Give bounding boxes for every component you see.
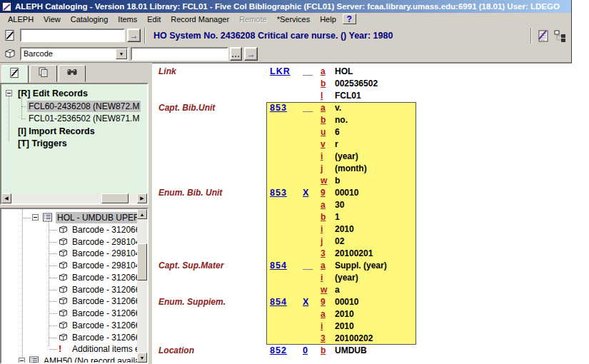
- subfield-value[interactable]: b: [335, 175, 340, 187]
- tree-item[interactable]: Barcode - 3120660: [1, 320, 147, 331]
- tree-item[interactable]: AMH50 (No record availabl: [1, 355, 147, 364]
- subfield-value[interactable]: (year): [335, 272, 358, 284]
- nav-tab-copy-record[interactable]: [30, 65, 57, 82]
- scrollbar-thumb[interactable]: [101, 193, 129, 203]
- subfield-code[interactable]: w: [321, 284, 327, 296]
- subfield-value[interactable]: HOL: [335, 66, 353, 78]
- subfield-code[interactable]: 3: [321, 333, 326, 345]
- tree-item[interactable]: Barcode - 298104-1: [1, 236, 147, 248]
- field-tag[interactable]: 854: [270, 296, 287, 308]
- subfield-value[interactable]: 02: [335, 236, 344, 248]
- nav-tab-search[interactable]: [59, 65, 86, 82]
- subfield-value[interactable]: 20100201: [335, 248, 373, 260]
- field-indicator[interactable]: X: [303, 187, 316, 199]
- subfield-code[interactable]: w: [321, 175, 327, 187]
- title-bar[interactable]: ALEPH Cataloging - Version 18.01 Library…: [0, 0, 571, 13]
- field-indicator[interactable]: X: [303, 296, 316, 308]
- tree-item[interactable]: Barcode - 3120660: [1, 332, 147, 343]
- subfield-value[interactable]: Suppl. (year): [335, 260, 387, 272]
- subfield-value[interactable]: (year): [335, 151, 358, 163]
- tree-item[interactable]: !Additional items exi: [1, 343, 147, 355]
- subfield-value[interactable]: 1: [335, 211, 340, 223]
- item-search-input[interactable]: [131, 47, 228, 61]
- subfield-code[interactable]: 9: [321, 296, 326, 308]
- subfield-code[interactable]: i: [321, 151, 323, 163]
- records-horizontal-scrollbar[interactable]: ◀ ▶: [1, 193, 147, 203]
- subfield-value[interactable]: 2010: [335, 308, 354, 320]
- help-question-button[interactable]: ?: [343, 14, 356, 24]
- field-tag[interactable]: 854: [270, 260, 287, 272]
- subfield-value[interactable]: UMDUB: [335, 345, 367, 357]
- subfield-value[interactable]: v.: [335, 102, 341, 114]
- tree-item[interactable]: FCL60-2436208 (NEW872.M: [1, 101, 147, 112]
- chevron-down-icon[interactable]: ▼: [116, 49, 127, 59]
- subfield-value[interactable]: no.: [335, 114, 348, 126]
- subfield-value[interactable]: 6: [335, 126, 340, 138]
- subfield-value[interactable]: r: [335, 138, 338, 151]
- subfield-code[interactable]: a: [321, 260, 326, 272]
- tree-item[interactable]: Barcode - 3120660: [1, 224, 147, 236]
- subfield-code[interactable]: u: [321, 126, 326, 138]
- scroll-right-icon[interactable]: ▶: [137, 193, 147, 203]
- collapse-expander-icon[interactable]: [32, 214, 39, 221]
- subfield-code[interactable]: l: [321, 90, 323, 102]
- subfield-code[interactable]: j: [321, 163, 323, 175]
- field-tag[interactable]: 852: [270, 345, 287, 357]
- subfield-value[interactable]: FCL01: [335, 90, 361, 102]
- field-tag[interactable]: 853: [270, 187, 287, 199]
- subfield-value[interactable]: (month): [335, 163, 367, 175]
- subfield-code[interactable]: a: [321, 199, 326, 211]
- subfield-code[interactable]: v: [321, 138, 326, 151]
- subfield-code[interactable]: a: [321, 308, 326, 320]
- tree-item[interactable]: Barcode - 298104-1: [1, 260, 147, 271]
- nav-tab-edit-record[interactable]: [1, 65, 29, 84]
- subfield-value[interactable]: 00010: [335, 187, 358, 199]
- menu-services[interactable]: *Services: [272, 14, 315, 24]
- subfield-code[interactable]: b: [321, 345, 326, 357]
- tree-item[interactable]: Barcode - 3120660: [1, 308, 147, 319]
- subfield-value[interactable]: 00010: [335, 296, 358, 308]
- subfield-value[interactable]: a: [335, 284, 340, 296]
- subfield-code[interactable]: i: [321, 223, 323, 236]
- menu-aleph[interactable]: ALEPH: [3, 14, 39, 24]
- record-go-button[interactable]: →: [127, 29, 141, 42]
- collapse-expander-icon[interactable]: [6, 90, 12, 96]
- subfield-code[interactable]: b: [321, 78, 326, 90]
- tree-item[interactable]: [R] Edit Records: [1, 88, 147, 99]
- record-search-input[interactable]: [20, 29, 125, 42]
- item-browse-button[interactable]: ...: [230, 47, 242, 61]
- edit-document-icon[interactable]: [537, 29, 549, 41]
- item-key-selector[interactable]: Barcode ▼: [20, 47, 129, 61]
- subfield-code[interactable]: b: [321, 211, 326, 223]
- subfield-code[interactable]: a: [321, 102, 326, 114]
- subfield-code[interactable]: i: [321, 272, 323, 284]
- menu-view[interactable]: View: [39, 14, 66, 24]
- tree-item[interactable]: Barcode - 3120660: [1, 272, 147, 283]
- collapse-expander-icon[interactable]: [19, 358, 25, 364]
- subfield-code[interactable]: i: [321, 320, 323, 333]
- scroll-up-icon[interactable]: ▲: [137, 209, 147, 219]
- subfield-code[interactable]: 3: [321, 248, 326, 260]
- subfield-value[interactable]: 2010: [335, 320, 354, 333]
- menu-help[interactable]: Help: [315, 14, 341, 24]
- subfield-code[interactable]: 9: [321, 187, 326, 199]
- subfield-value[interactable]: 30: [335, 199, 344, 211]
- field-tag[interactable]: LKR: [270, 66, 291, 78]
- overview-vertical-scrollbar[interactable]: ▲ ▼: [137, 209, 147, 363]
- subfield-code[interactable]: a: [321, 66, 326, 78]
- tree-item[interactable]: Barcode - 3120660: [1, 295, 147, 307]
- menu-recordmanager[interactable]: Record Manager: [166, 14, 234, 24]
- subfield-code[interactable]: j: [321, 236, 323, 248]
- tree-item[interactable]: Barcode - 3120660: [1, 284, 147, 295]
- tree-item[interactable]: [I] Import Records: [1, 126, 147, 137]
- field-indicator[interactable]: 0: [303, 345, 315, 357]
- field-tag[interactable]: 853: [270, 102, 287, 114]
- menu-edit[interactable]: Edit: [142, 14, 166, 24]
- menu-cataloging[interactable]: Cataloging: [66, 14, 114, 24]
- subfield-value[interactable]: 2010: [335, 223, 354, 236]
- field-indicator[interactable]: __: [303, 66, 313, 78]
- item-go-button[interactable]: →: [244, 47, 258, 61]
- scrollbar-thumb[interactable]: [137, 243, 147, 280]
- subfield-value[interactable]: 20100202: [335, 333, 373, 345]
- subfield-code[interactable]: b: [321, 114, 326, 126]
